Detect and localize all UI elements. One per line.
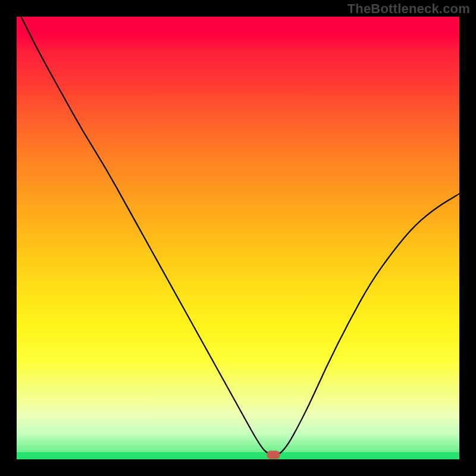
plot-area (17, 17, 459, 459)
watermark-text: TheBottleneck.com (347, 1, 470, 17)
chart-frame: TheBottleneck.com (0, 0, 476, 476)
bottleneck-curve-svg (17, 17, 459, 459)
bottleneck-curve-path (21, 17, 459, 455)
optimal-point-marker (267, 451, 280, 459)
